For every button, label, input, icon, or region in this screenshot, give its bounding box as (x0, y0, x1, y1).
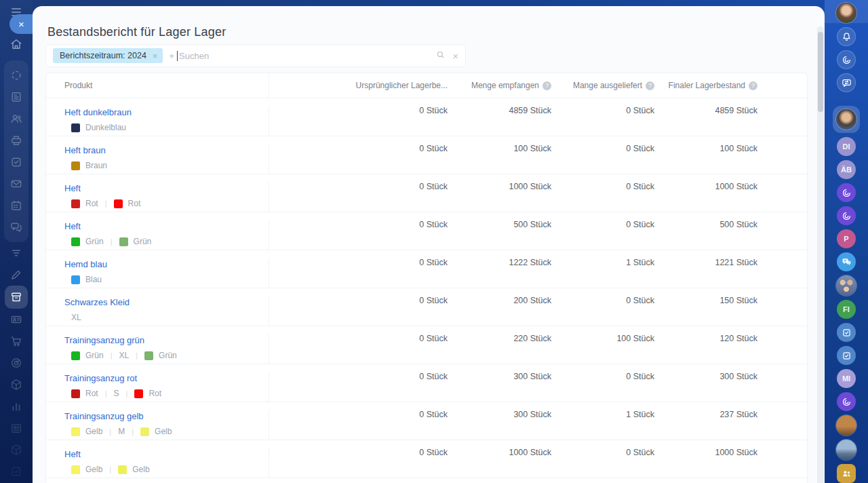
product-link[interactable]: Heft braun (64, 145, 106, 155)
sidebar-item-target[interactable] (4, 352, 28, 374)
sidebar-item-planner[interactable] (4, 417, 28, 439)
photo-space-2[interactable] (836, 440, 856, 460)
calendar-icon (9, 198, 24, 213)
help-icon[interactable]: ? (542, 81, 551, 90)
quantity-value: 100 Stück (654, 144, 757, 174)
product-link[interactable]: Trainingsanzug rot (64, 373, 137, 383)
product-link[interactable]: Heft dunkelbraun (64, 107, 132, 117)
workspace-logo-1[interactable] (837, 183, 856, 202)
variant-label: Grün (134, 237, 152, 246)
clear-search-icon[interactable]: × (452, 51, 458, 61)
active-user-avatar[interactable] (836, 109, 856, 130)
workspace-logo-2[interactable] (837, 206, 856, 225)
help-icon[interactable]: ? (646, 81, 654, 90)
sidebar-item-news[interactable] (4, 86, 28, 108)
tasks-space-1[interactable] (837, 323, 856, 342)
variant-separator: | (111, 237, 113, 246)
column-header-produkt[interactable]: Produkt (46, 73, 269, 98)
sidebar-item-warehouse[interactable] (5, 286, 28, 309)
quantity-value: 120 Stück (654, 334, 757, 364)
search-input[interactable] (178, 50, 435, 62)
sidebar-item-print[interactable] (4, 130, 28, 151)
sidebar-item-stats[interactable] (4, 395, 28, 417)
sidebar-item-edit[interactable] (4, 264, 28, 286)
sidebar-item-home[interactable] (4, 33, 28, 55)
help-icon[interactable]: ? (749, 81, 757, 90)
color-swatch (119, 237, 128, 246)
column-header[interactable]: Finaler Lagerbestand? (654, 81, 757, 90)
avatar-P[interactable]: P (837, 229, 856, 248)
home-icon (9, 37, 24, 52)
user-avatar[interactable] (836, 3, 856, 23)
mail-icon (9, 176, 24, 191)
filter-tag-label: Berichtszeitraum: 2024 (60, 51, 146, 60)
product-link[interactable]: Hemd blau (64, 259, 107, 269)
product-link[interactable]: Heft (64, 183, 81, 193)
avatar-MI[interactable]: MI (837, 369, 856, 388)
bell-icon (841, 31, 852, 43)
color-swatch (71, 427, 80, 436)
sidebar-item-badge[interactable] (4, 309, 28, 330)
sidebar-group (4, 60, 28, 242)
variant-list: Blau (64, 275, 269, 284)
quantity-value: 200 Stück (448, 296, 551, 326)
sidebar-item-people[interactable] (4, 108, 28, 130)
sidebar-item-tasks[interactable] (4, 151, 28, 173)
product-link[interactable]: Trainingsanzug grün (64, 335, 144, 345)
quantity-value: 220 Stück (448, 334, 551, 364)
product-link[interactable]: Heft (64, 221, 81, 231)
news-icon (9, 90, 24, 104)
notifications-button[interactable] (837, 27, 856, 46)
scrollbar[interactable] (817, 26, 824, 483)
color-swatch (71, 237, 80, 246)
sidebar-item-cart[interactable] (4, 330, 28, 352)
sidebar-item-sync[interactable] (4, 64, 28, 86)
quantity-value: 0 Stück (269, 258, 448, 288)
sidebar-item-filter[interactable] (4, 242, 28, 264)
search-icon (435, 50, 446, 62)
sidebar-item-mail[interactable] (4, 173, 28, 195)
brand-button[interactable] (837, 50, 856, 69)
color-swatch (71, 161, 80, 170)
quantity-value: 0 Stück (551, 106, 654, 136)
product-link[interactable]: Schwarzes Kleid (64, 297, 130, 307)
variant-label: Rot (149, 389, 161, 398)
quantity-value: 0 Stück (269, 372, 448, 402)
avatar-AB[interactable]: ÄB (837, 160, 856, 179)
product-link[interactable]: Heft (64, 449, 81, 459)
tasks-space-2[interactable] (837, 346, 856, 365)
avatar-FI[interactable]: FI (837, 300, 856, 319)
avatar-DI[interactable]: DI (837, 137, 856, 156)
sidebar-item-package-dim[interactable] (4, 439, 28, 461)
workspace-logo-3[interactable] (837, 392, 856, 411)
column-header[interactable]: Ursprünglicher Lagerbe... (269, 81, 448, 90)
quantity-value: 1221 Stück (654, 258, 757, 288)
quantity-value: 1000 Stück (448, 182, 551, 212)
table-row: Heft dunkelbraunDunkelblau0 Stück4859 St… (46, 98, 807, 136)
filter-tag[interactable]: Berichtszeitraum: 2024 × (53, 48, 163, 63)
color-swatch (71, 465, 80, 474)
column-header[interactable]: Menge empfangen? (448, 81, 551, 90)
quantity-value: 300 Stück (654, 372, 757, 402)
photo-space-1[interactable] (836, 415, 856, 436)
quantity-value: 500 Stück (448, 220, 551, 250)
quantity-value: 4859 Stück (448, 106, 551, 136)
variant-label: Gelb (132, 465, 149, 474)
product-link[interactable]: Trainingsanzug gelb (64, 411, 144, 421)
team-avatar[interactable] (836, 275, 856, 296)
remove-filter-icon[interactable]: × (153, 51, 158, 61)
sidebar-item-calendar[interactable] (4, 195, 28, 216)
table-row: Heft braunBraun0 Stück100 Stück0 Stück10… (46, 136, 807, 174)
chat-space[interactable] (837, 252, 856, 271)
scrollbar-thumb[interactable] (818, 32, 823, 112)
filter-search-bar[interactable]: Berichtszeitraum: 2024 × + × (46, 45, 465, 66)
column-header[interactable]: Mange ausgeliefert? (551, 81, 654, 90)
sidebar-item-package[interactable] (4, 374, 28, 395)
sidebar-item-tasks-dim[interactable] (4, 461, 28, 482)
sidebar-item-chat[interactable] (4, 216, 28, 238)
conversations-button[interactable] (837, 73, 856, 92)
swirl-icon (841, 187, 852, 199)
page-title: Bestandsbericht für Lager Lager (47, 25, 226, 39)
left-sidebar (0, 0, 33, 483)
people-space[interactable] (837, 464, 856, 483)
